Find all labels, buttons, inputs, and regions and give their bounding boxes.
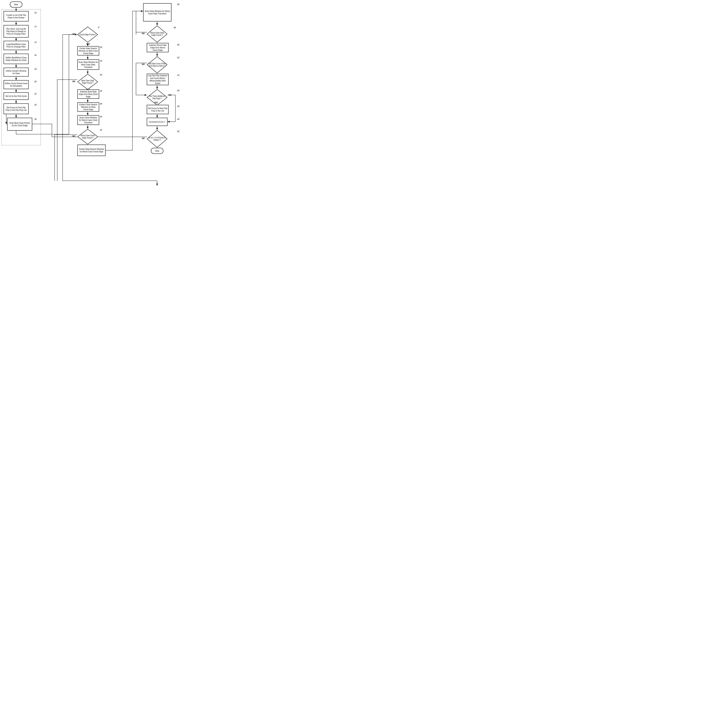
stop-box: Stop: [151, 148, 163, 154]
box-44: Center Data Search Window on Worst Case …: [77, 145, 106, 156]
num-16: 16: [34, 54, 37, 56]
num-34: 34: [100, 74, 102, 76]
d42-no-label: NO: [72, 135, 75, 137]
diamond-56-label: Are There Additions Flip Flops ?: [147, 93, 167, 101]
num-38: 38: [100, 103, 102, 105]
num-56: 56: [177, 89, 179, 92]
num-22: 22: [34, 93, 37, 95]
diamond-34: Best Case Data Edge Found ?: [77, 74, 98, 90]
num-36: 36: [100, 90, 102, 92]
box-40: Scan Clock Window for Worst Case Clock T…: [77, 115, 99, 125]
d34-no-label: NO: [72, 81, 75, 83]
box-30-label: Center Data Search Window on Best Case C…: [78, 47, 98, 55]
box-36: Subtract Best Data Edge from Best Clock …: [77, 89, 99, 99]
diamond-62-label: Is (n) > # of Cycles in Pattern ?: [147, 135, 167, 143]
d48-no-label: NO: [142, 32, 145, 35]
num-14: 14: [34, 41, 37, 43]
diamond-48: Worst Case Data Edge Found ?: [147, 25, 167, 43]
num-26: 26: [34, 118, 37, 120]
box-60-label: Increment (n) by 1: [149, 121, 165, 123]
d56-yes-label: YES: [154, 102, 158, 104]
box-24: Set Focus to First Flip Flop in the Flip…: [3, 103, 29, 114]
box-22-label: Set (n) to the First Cycle: [6, 95, 27, 97]
box-12: Run Sims. and Log All Flip Flops in Desi…: [3, 25, 29, 38]
num-46: 46: [177, 3, 179, 5]
box-38-label: Center Clock Search Window on Best Clock…: [78, 103, 98, 111]
num-58: 58: [177, 105, 179, 107]
start-box: Start: [10, 2, 22, 8]
diamond-28-label: Clock Edge Found ?: [78, 32, 98, 38]
box-26: Scan Best Case Period (n) for Clock Edge: [7, 118, 32, 131]
diamond-52: Did Data Cross Clock from Best to Worst …: [147, 56, 167, 73]
d28-no-label: NO: [72, 33, 75, 35]
diamond-34-label: Best Case Data Edge Found ?: [77, 78, 98, 86]
box-38: Center Clock Search Window on Best Clock…: [77, 102, 99, 112]
num-52: 52: [177, 57, 179, 59]
box-40-label: Scan Clock Window for Worst Case Clock T…: [78, 116, 98, 124]
box-20: Define Clock Period Used for Simulation: [3, 80, 29, 89]
start-label: Start: [14, 3, 18, 6]
box-58-label: Set Focus to Next Flip Flop in the List: [148, 107, 167, 112]
d62-no-label: NO: [142, 138, 145, 139]
num-20: 20: [34, 81, 37, 83]
box-58: Set Focus to Next Flip Flop in the List: [147, 105, 169, 114]
box-26-label: Scan Best Case Period (n) for Clock Edge: [8, 122, 31, 127]
d52-no-label: NO: [142, 63, 145, 65]
box-16-label: Define Best/Worst Case Delay Window for …: [5, 57, 28, 61]
box-22: Set (n) to the First Cycle: [3, 92, 29, 100]
diamond-52-label: Did Data Cross Clock from Best to Worst …: [147, 61, 167, 69]
box-16: Define Best/Worst Case Delay Window for …: [3, 54, 29, 64]
num-54: 54: [177, 74, 179, 76]
num-48: 48: [173, 26, 176, 29]
box-30: Center Data Search Window on Best Case C…: [77, 46, 99, 55]
box-24-label: Set Focus to First Flip Flop in the Flip…: [5, 106, 28, 112]
box-14: Load Best/Worst Case Print on Change Fil…: [3, 41, 29, 50]
num-40: 40: [100, 116, 102, 118]
num-42: 42: [100, 129, 102, 131]
box-46: Scan Data Window for Worst Case Data Tra…: [143, 3, 172, 21]
d56-no-label: NO: [169, 94, 171, 96]
num-18: 18: [34, 68, 37, 70]
stop-label: Stop: [155, 150, 159, 152]
box-54-label: Log Flip Flop Instance and Cycle Where M…: [148, 74, 167, 84]
box-10: Create a List of All Flip Flops in the D…: [3, 11, 29, 21]
diamond-42: Worst Case Clock Edge Found ?: [77, 129, 98, 145]
box-44-label: Center Data Search Window on Worst Case …: [78, 148, 104, 153]
num-10: 10: [34, 12, 37, 14]
box-32-label: Scan Data Window for Best Case Data Tran…: [78, 61, 98, 69]
box-54: Log Flip Flop Instance and Cycle Where M…: [147, 74, 169, 85]
box-50: Subtract Worst Data Edge from Worst Cloc…: [147, 43, 169, 52]
flowchart: Start 10 Create a List of All Flip Flops…: [0, 0, 190, 193]
num-62: 62: [177, 130, 179, 132]
box-50-label: Subtract Worst Data Edge from Worst Cloc…: [148, 44, 167, 52]
box-18-label: Define Scratch Window for Data: [5, 70, 28, 75]
box-32: Scan Data Window for Best Case Data Tran…: [77, 60, 99, 70]
diamond-48-label: Worst Case Data Edge Found ?: [147, 30, 167, 38]
num-32: 32: [100, 60, 102, 62]
d28-yes-label: YES: [86, 43, 90, 45]
diamond-42-label: Worst Case Clock Edge Found ?: [77, 133, 98, 141]
box-20-label: Define Clock Period Used for Simulation: [5, 82, 28, 87]
box-36-label: Subtract Best Data Edge from Best Clock …: [78, 90, 98, 98]
box-60: Increment (n) by 1: [147, 118, 167, 126]
num-60: 60: [177, 118, 179, 120]
num-50: 50: [177, 44, 179, 46]
num-30: 30: [100, 46, 102, 48]
box-14-label: Load Best/Worst Case Print on Change Fil…: [5, 43, 28, 48]
diamond-62: Is (n) > # of Cycles in Pattern ?: [147, 130, 167, 148]
num-12: 12: [34, 25, 37, 28]
box-46-label: Scan Data Window for Worst Case Data Tra…: [144, 10, 170, 15]
diamond-28: Clock Edge Found ?: [77, 26, 98, 43]
num-24: 24: [34, 104, 37, 106]
box-18: Define Scratch Window for Data: [3, 67, 29, 76]
box-12-label: Run Sims. and Log All Flip Flops in Desi…: [5, 28, 28, 35]
box-10-label: Create a List of All Flip Flops in the D…: [5, 14, 28, 19]
